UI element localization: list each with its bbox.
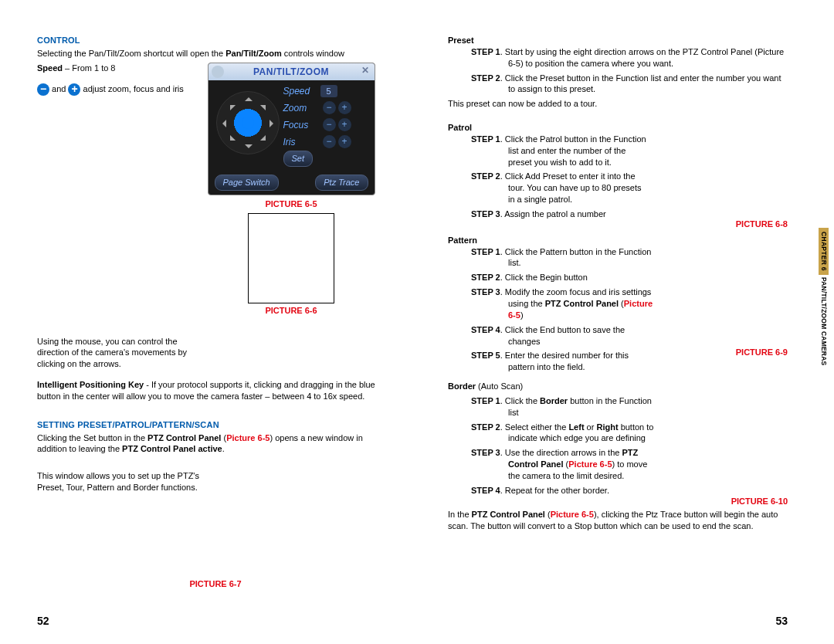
step-text: . Click Add Preset to enter it into the … bbox=[500, 171, 642, 204]
ptz-panel-header: PAN/TILT/ZOOM ✕ bbox=[208, 63, 375, 80]
heading-setting: SETTING PRESET/PATROL/PATTERN/SCAN bbox=[37, 419, 394, 431]
step-text: . Assign the patrol a number bbox=[500, 209, 606, 219]
page-52: CONTROL Selecting the Pan/Tilt/Zoom shor… bbox=[0, 0, 417, 644]
control-intro: Selecting the Pan/Tilt/Zoom shortcut wil… bbox=[37, 48, 394, 59]
step-label: STEP 4 bbox=[471, 486, 500, 495]
zoom-adjust-line: − and + adjust zoom, focus and iris bbox=[37, 83, 192, 96]
step-label: STEP 3 bbox=[471, 448, 500, 457]
chapter-tab: CHAPTER 6 PAN/TILT/ZOOM CAMERAS bbox=[819, 228, 834, 344]
tab-chapter: CHAPTER 6 bbox=[819, 228, 829, 275]
page-number-53: 53 bbox=[775, 614, 788, 629]
row-focus: Focus bbox=[283, 119, 320, 131]
plus-icon: + bbox=[338, 135, 351, 148]
picture-6-9-label: PICTURE 6-9 bbox=[736, 347, 788, 357]
step-label: STEP 2 bbox=[471, 422, 500, 432]
row-iris: Iris bbox=[283, 136, 320, 148]
ptz-panel-title: PAN/TILT/ZOOM bbox=[253, 66, 329, 78]
step-label: STEP 5 bbox=[471, 351, 500, 360]
mouse-text: Using the mouse, you can control the dir… bbox=[37, 336, 192, 371]
minus-icon: − bbox=[37, 83, 49, 96]
text: ( bbox=[619, 299, 624, 308]
globe-icon bbox=[212, 66, 224, 78]
set-pill: Set bbox=[283, 151, 314, 167]
picture-ref: Picture 6-5 bbox=[226, 433, 270, 442]
step-text: . Repeat for the other border. bbox=[500, 486, 609, 495]
setting-paragraph: Clicking the Set button in the PTZ Contr… bbox=[37, 432, 394, 456]
step-text: . Select either the bbox=[500, 422, 569, 432]
step-label: STEP 2 bbox=[471, 73, 500, 83]
text-bold: Border bbox=[540, 396, 568, 405]
page-switch-pill: Page Switch bbox=[215, 175, 279, 191]
step-text: . Click the bbox=[500, 396, 540, 405]
page-53: Preset STEP 1. Start by using the eight … bbox=[417, 0, 834, 644]
step-text: . Click the Pattern button in the Functi… bbox=[500, 247, 652, 268]
manual-spread: CONTROL Selecting the Pan/Tilt/Zoom shor… bbox=[0, 0, 834, 644]
speed-value: 5 bbox=[320, 85, 337, 97]
step-text: . Start by using the eight direction arr… bbox=[500, 47, 784, 68]
text: and bbox=[49, 84, 68, 93]
step-label: STEP 4 bbox=[471, 325, 500, 334]
picture-6-6-placeholder bbox=[248, 213, 334, 303]
step-label: STEP 1 bbox=[471, 396, 500, 405]
heading-control: CONTROL bbox=[37, 35, 394, 46]
step-label: STEP 2 bbox=[471, 171, 500, 181]
step-text: . Enter the desired number for this patt… bbox=[500, 351, 629, 371]
border-heading: Border bbox=[448, 381, 476, 391]
ptz-rows: Speed5 Zoom−+ Focus−+ Iris−+ Set bbox=[282, 80, 375, 175]
text: or bbox=[585, 422, 597, 432]
dpad bbox=[208, 80, 282, 175]
text: . bbox=[222, 444, 225, 453]
minus-icon: − bbox=[323, 135, 336, 148]
picture-6-6-label: PICTURE 6-6 bbox=[202, 305, 380, 317]
dpad-circle bbox=[216, 91, 280, 154]
preset-footer: This preset can now be added to a tour. bbox=[448, 98, 788, 110]
text-bold: Right bbox=[596, 422, 618, 432]
page-number-52: 52 bbox=[37, 614, 49, 629]
step-text: . Click the Patrol button in the Functio… bbox=[500, 134, 646, 167]
step-label: STEP 1 bbox=[471, 47, 500, 56]
picture-6-5-label: PICTURE 6-5 bbox=[202, 198, 380, 210]
minus-icon: − bbox=[323, 101, 336, 114]
plus-icon: + bbox=[68, 83, 80, 96]
step-label: STEP 3 bbox=[471, 287, 500, 297]
minus-icon: − bbox=[323, 118, 336, 131]
picture-ref: Picture 6-5 bbox=[568, 459, 612, 469]
pattern-heading: Pattern bbox=[448, 235, 788, 246]
step-label: STEP 1 bbox=[471, 247, 500, 256]
text: ( bbox=[545, 510, 551, 519]
step-text: . Click the End button to save the chang… bbox=[500, 325, 625, 346]
step-label: STEP 1 bbox=[471, 134, 500, 144]
picture-ref: Picture 6-5 bbox=[551, 510, 594, 519]
step-text: . Use the direction arrows in the bbox=[500, 448, 622, 457]
close-icon: ✕ bbox=[360, 66, 371, 77]
tab-title: PAN/TILT/ZOOM CAMERAS bbox=[819, 275, 829, 368]
ipk-label: Intelligent Positioning Key bbox=[37, 380, 144, 389]
text-bold: Left bbox=[568, 422, 584, 432]
ptz-trace-pill: Ptz Trace bbox=[315, 175, 368, 191]
step-text: . Click the Preset button in the Functio… bbox=[500, 73, 781, 94]
plus-icon: + bbox=[338, 118, 351, 131]
picture-6-10-label: PICTURE 6-10 bbox=[731, 497, 788, 506]
text: Clicking the Set button in the bbox=[37, 433, 147, 442]
row-zoom: Zoom bbox=[283, 102, 320, 114]
text: In the bbox=[448, 510, 472, 519]
text-bold: Pan/Tilt/Zoom bbox=[225, 49, 282, 58]
scan-paragraph: In the PTZ Control Panel (Picture 6-5), … bbox=[448, 509, 788, 532]
text: ) bbox=[520, 310, 524, 320]
text-bold: PTZ Control Panel bbox=[545, 299, 619, 308]
step-text: . Click the Begin button bbox=[500, 273, 588, 282]
speed-label: Speed bbox=[37, 63, 63, 73]
text: Selecting the Pan/Tilt/Zoom shortcut wil… bbox=[37, 49, 225, 58]
picture-6-7-label: PICTURE 6-7 bbox=[37, 578, 394, 590]
text: controls window bbox=[282, 49, 344, 58]
window-text: This window allows you to set up the PTZ… bbox=[37, 470, 207, 493]
text-bold: PTZ Control Panel bbox=[472, 510, 545, 519]
text-bold: PTZ Control Panel active bbox=[122, 444, 222, 453]
row-speed: Speed bbox=[283, 85, 320, 97]
speed-range: – From 1 to 8 bbox=[63, 63, 115, 73]
picture-6-8-label: PICTURE 6-8 bbox=[736, 219, 788, 229]
text-bold: PTZ Control Panel bbox=[147, 433, 221, 442]
patrol-heading: Patrol bbox=[448, 122, 788, 134]
text: adjust zoom, focus and iris bbox=[80, 84, 183, 93]
ptz-panel-figure: PAN/TILT/ZOOM ✕ bbox=[208, 63, 375, 195]
